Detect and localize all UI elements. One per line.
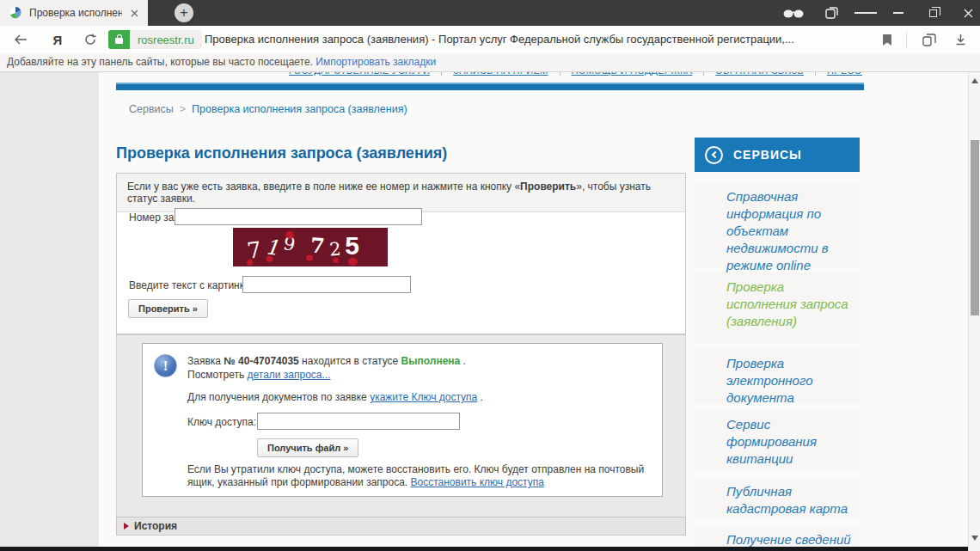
captcha-digit: 7 — [246, 236, 263, 264]
key-hint-text: . — [477, 391, 483, 403]
check-request-form: Если у вас уже есть заявка, введите в по… — [116, 173, 686, 334]
scrollbar-thumb[interactable] — [971, 140, 979, 315]
glasses-icon[interactable] — [779, 0, 808, 26]
captcha-digit: 7 — [309, 232, 326, 258]
breadcrumb-current[interactable]: Проверка исполнения запроса (заявления) — [192, 103, 407, 115]
top-menu-item[interactable]: ПОМОЩЬ И ПОДДЕРЖКА — [560, 72, 705, 76]
sidebar-item-check-edocument[interactable]: Проверка электронного документа — [695, 349, 860, 404]
sidebar-item-check-request[interactable]: Проверка исполнения запроса (заявления) — [695, 272, 860, 343]
bookmarks-bar: Добавляйте на эту панель сайты, которые … — [0, 53, 980, 72]
history-label: История — [134, 520, 177, 532]
scroll-down-icon[interactable] — [971, 536, 978, 541]
scroll-up-icon[interactable] — [971, 78, 978, 83]
captcha-input[interactable] — [242, 276, 411, 293]
new-tab-button[interactable]: + — [175, 3, 193, 22]
bookmark-icon[interactable] — [876, 26, 898, 53]
refresh-icon[interactable] — [79, 26, 101, 53]
captcha-digit: 2 — [328, 238, 341, 260]
details-line: Посмотреть детали запроса... — [187, 369, 331, 381]
sidebar-item-reference-info[interactable]: Справочная информация по объектам недвиж… — [695, 182, 860, 268]
recover-key-paragraph: Если Вы утратили ключ доступа, можете во… — [187, 463, 658, 489]
minimize-icon[interactable] — [889, 0, 908, 26]
captcha-digit: 9 — [281, 232, 297, 254]
breadcrumb-root[interactable]: Сервисы — [129, 103, 174, 115]
restore-icon[interactable] — [923, 0, 942, 26]
recover-key-link[interactable]: Восстановить ключ доступа — [411, 476, 544, 488]
top-menu-item[interactable]: ПРЕСС-ЦЕНТР — [816, 72, 862, 76]
breadcrumb: Сервисы>Проверка исполнения запроса (зая… — [129, 103, 407, 115]
window-close-icon[interactable] — [958, 0, 978, 26]
browser-tab[interactable]: Проверка исполнения — [0, 0, 148, 26]
form-instruction: Если у вас уже есть заявка, введите в по… — [117, 174, 685, 212]
access-key-input[interactable] — [257, 413, 460, 430]
tab-title: Проверка исполнения — [29, 7, 122, 19]
address-bar[interactable]: rosreestr.ru — [108, 30, 202, 49]
download-icon[interactable] — [949, 26, 971, 53]
address-bar-title[interactable]: Проверка исполнения запроса (заявления) … — [205, 26, 871, 53]
collections-icon[interactable] — [918, 26, 940, 53]
status-text: находится в статусе — [299, 355, 401, 367]
captcha-label: Введите текст с картинки: — [129, 279, 253, 291]
browser-toolbar: Я rosreestr.ru Проверка исполнения запро… — [0, 26, 980, 53]
site-favicon-icon — [9, 6, 22, 20]
status-line: Заявка № 40-47074035 находится в статусе… — [187, 355, 466, 367]
captcha-digit: 5 — [345, 231, 359, 260]
key-hint-line: Для получения документов по заявке укажи… — [187, 391, 483, 403]
url-domain[interactable]: rosreestr.ru — [130, 30, 202, 49]
details-text: Посмотреть — [187, 369, 248, 381]
top-menu-item[interactable]: ГОСУДАРСТВЕННЫЕ УСЛУГИ — [278, 72, 442, 76]
status-text: . — [460, 355, 466, 367]
bookmarks-hint: Добавляйте на эту панель сайты, которые … — [7, 56, 315, 68]
get-file-button[interactable]: Получить файл » — [257, 438, 358, 457]
instruction-bold: Проверить — [520, 181, 576, 193]
site-top-menu: ГОСУДАРСТВЕННЫЕ УСЛУГИЗАПИСЬ НА ПРИЕМПОМ… — [278, 72, 862, 82]
back-icon[interactable] — [9, 26, 33, 53]
sidebar-item-receipt-service[interactable]: Сервис формирования квитанции — [695, 410, 860, 471]
sidebar-item-cadastral-map[interactable]: Публичная кадастровая карта — [695, 477, 860, 519]
info-icon: ! — [154, 354, 177, 377]
site-content: ГОСУДАРСТВЕННЫЕ УСЛУГИЗАПИСЬ НА ПРИЕМПОМ… — [99, 72, 968, 551]
request-number-input[interactable] — [175, 208, 422, 225]
page-viewport: ГОСУДАРСТВЕННЫЕ УСЛУГИЗАПИСЬ НА ПРИЕМПОМ… — [0, 72, 980, 551]
specify-key-link[interactable]: укажите Ключ доступа — [370, 391, 477, 403]
lock-icon[interactable] — [108, 30, 130, 49]
menu-icon[interactable] — [854, 0, 877, 26]
sidebar-header-services[interactable]: СЕРВИСЫ — [695, 138, 860, 172]
instruction-text: Если у вас уже есть заявка, введите в по… — [127, 181, 520, 193]
tab-groups-icon[interactable] — [820, 0, 842, 26]
result-box: ! Заявка № 40-47074035 находится в стату… — [142, 343, 663, 497]
status-badge: Выполнена — [401, 355, 461, 367]
top-menu-item[interactable]: ОБРАТНАЯ СВЯЗЬ — [704, 72, 816, 76]
request-number-value: № 40-47074035 — [224, 355, 298, 367]
key-hint-text: Для получения документов по заявке — [187, 391, 370, 403]
sidebar-title: СЕРВИСЫ — [733, 148, 802, 162]
page-scrollbar[interactable] — [968, 72, 980, 551]
import-bookmarks-link[interactable]: Импортировать закладки — [315, 56, 436, 68]
top-menu-item[interactable]: ЗАПИСЬ НА ПРИЕМ — [442, 72, 560, 76]
request-details-link[interactable]: детали запроса... — [248, 369, 331, 381]
expand-arrow-icon — [124, 523, 129, 530]
page-title: Проверка исполнения запроса (заявления) — [116, 144, 447, 162]
check-button[interactable]: Проверить » — [128, 299, 208, 318]
status-text: Заявка — [187, 355, 224, 367]
result-section: ! Заявка № 40-47074035 находится в стату… — [116, 334, 686, 517]
history-toggle[interactable]: История — [116, 517, 686, 536]
tab-close-icon[interactable] — [127, 6, 141, 20]
captcha-digit: 1 — [264, 235, 280, 260]
breadcrumb-separator: > — [174, 103, 192, 115]
yandex-button[interactable]: Я — [46, 26, 69, 53]
toolbar-divider — [906, 32, 907, 47]
access-key-label: Ключ доступа: — [187, 416, 256, 428]
tab-bar: Проверка исполнения + — [0, 0, 980, 26]
footer-top-edge — [0, 547, 968, 551]
header-accent-bar — [116, 83, 864, 90]
captcha-image: 7 1 9 7 2 5 — [233, 228, 388, 266]
back-circle-icon — [705, 146, 723, 164]
